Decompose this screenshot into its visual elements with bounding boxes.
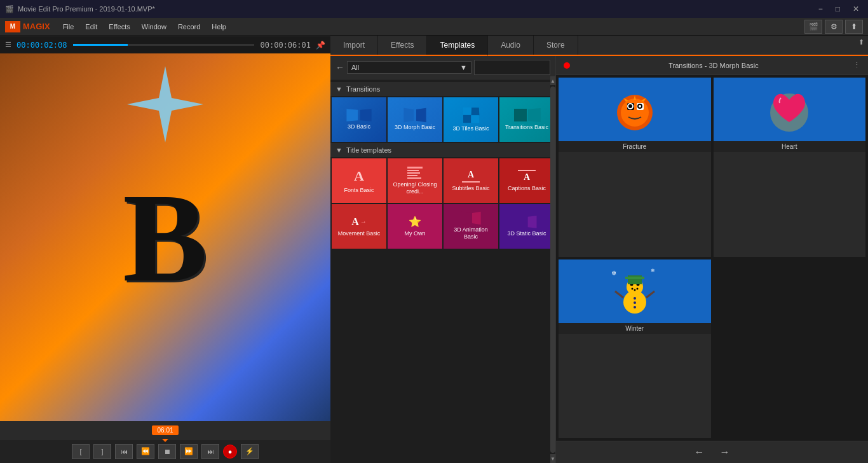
tile-captions-basic[interactable]: A Captions Basic — [499, 158, 554, 203]
tile-trans-basic[interactable]: Transitions Basic — [499, 97, 554, 142]
tile-opening-closing[interactable]: Opening/ Closing credi... — [388, 158, 442, 203]
menu-file[interactable]: File — [58, 21, 79, 32]
svg-point-20 — [634, 289, 635, 291]
tab-effects[interactable]: Effects — [378, 36, 427, 55]
detail-item-heart[interactable]: Heart — [714, 78, 866, 257]
title-templates-category-header[interactable]: ▼ Title templates — [330, 143, 555, 157]
effects-scrollbar: ▲ ▼ — [550, 76, 555, 463]
scroll-up-arrow[interactable]: ▲ — [550, 76, 555, 85]
tile-3d-anim-label: 3D Animation Basic — [446, 226, 496, 240]
tab-store[interactable]: Store — [534, 36, 578, 55]
scrollbar-thumb[interactable] — [550, 86, 555, 453]
detail-panel-header: Transitions - 3D Morph Basic ⋮ — [556, 56, 868, 75]
toolbar-icon-1[interactable]: 🎬 — [804, 20, 822, 34]
preview-letter: B — [123, 165, 207, 310]
quick-export-button[interactable]: ⚡ — [241, 444, 259, 459]
dropdown-label: All — [351, 64, 359, 71]
mark-in-button[interactable]: [ — [72, 444, 90, 459]
heart-label: Heart — [714, 141, 866, 152]
timeline-position-bar: 06:01 — [0, 421, 330, 439]
toolbar-icon-3[interactable]: ⬆ — [845, 20, 863, 34]
red-dot-indicator — [564, 62, 570, 69]
effects-list: ▼ Transitions 3D Basic — [330, 79, 555, 463]
minimize-button[interactable]: − — [815, 3, 827, 15]
tab-audio[interactable]: Audio — [488, 36, 534, 55]
menu-effects[interactable]: Effects — [104, 21, 135, 32]
transport-controls: [ ] ⏮ ⏪ ⏹ ⏩ ⏭ ● ⚡ — [0, 439, 330, 463]
winter-thumbnail: ❄ ❄ — [606, 263, 663, 320]
tile-my-own[interactable]: ⭐ My Own — [388, 204, 442, 249]
tile-fonts-basic[interactable]: A Fonts Basic — [332, 158, 386, 203]
transitions-grid: 3D Basic 3D Morph Basic — [330, 96, 555, 143]
effects-sidebar: ← All ▼ ▼ Transitions — [330, 56, 556, 463]
app-title: Movie Edit Pro Premium - 2019-01-10.MVP* — [18, 5, 155, 13]
close-button[interactable]: ✕ — [849, 3, 863, 15]
detail-panel: Transitions - 3D Morph Basic ⋮ — [556, 56, 868, 463]
tile-3d-static[interactable]: 3D Static Basic — [499, 204, 554, 249]
expand-icon: ▼ — [336, 85, 342, 93]
search-box[interactable] — [474, 60, 550, 75]
mark-out-button[interactable]: ] — [93, 444, 111, 459]
tile-trans-basic-label: Transitions Basic — [505, 124, 548, 131]
menu-record[interactable]: Record — [173, 21, 205, 32]
effects-panel: ← All ▼ ▼ Transitions — [330, 56, 868, 463]
next-page-button[interactable]: → — [715, 445, 735, 459]
title-templates-grid: A Fonts Basic — [330, 157, 555, 250]
svg-point-27 — [634, 301, 636, 304]
right-panel: Import Effects Templates Audio Store ⬆ ←… — [330, 36, 868, 463]
goto-start-button[interactable]: ⏮ — [115, 444, 133, 459]
toolbar-icon-2[interactable]: ⚙ — [825, 20, 843, 34]
star-shape — [127, 66, 203, 142]
logo-icon: M — [5, 21, 20, 32]
svg-rect-23 — [625, 277, 644, 279]
tile-fonts-label: Fonts Basic — [344, 187, 374, 194]
tile-3d-static-label: 3D Static Basic — [507, 230, 546, 237]
tab-templates[interactable]: Templates — [427, 36, 488, 56]
prev-page-button[interactable]: ← — [689, 445, 710, 459]
svg-point-5 — [628, 104, 632, 108]
more-options-button[interactable]: ⋮ — [853, 61, 860, 69]
menu-edit[interactable]: Edit — [80, 21, 102, 32]
menu-help[interactable]: Help — [207, 21, 231, 32]
tile-subtitles-basic[interactable]: A Subtitles Basic — [444, 158, 498, 203]
time-bar: ☰ 00:00:02:08 00:00:06:01 📌 — [0, 36, 330, 53]
goto-end-button[interactable]: ⏭ — [201, 444, 219, 459]
svg-text:❄: ❄ — [651, 268, 655, 273]
tile-movement-basic[interactable]: A → Movement Basic — [332, 204, 386, 249]
svg-point-28 — [634, 306, 636, 308]
step-back-button[interactable]: ⏪ — [137, 444, 154, 459]
pin-icon[interactable]: 📌 — [316, 41, 325, 50]
winter-label: Winter — [559, 323, 711, 334]
main-area: ☰ 00:00:02:08 00:00:06:01 📌 B 06:01 — [0, 36, 868, 463]
detail-item-fracture[interactable]: Fracture — [559, 78, 711, 257]
menubar: M MAGIX File Edit Effects Window Record … — [0, 18, 868, 36]
tile-3d-tiles[interactable]: 3D Tiles Basic — [444, 97, 498, 142]
detail-navigation: ← → — [556, 441, 868, 463]
tile-3d-animation[interactable]: 3D Animation Basic — [444, 204, 498, 249]
record-button[interactable]: ● — [223, 445, 237, 459]
transitions-label: Transitions — [346, 85, 380, 93]
preview-video: B — [0, 53, 330, 421]
logo: M MAGIX — [5, 21, 50, 32]
fracture-label: Fracture — [559, 141, 711, 152]
hamburger-icon[interactable]: ☰ — [5, 41, 11, 49]
category-dropdown[interactable]: All ▼ — [347, 61, 471, 74]
tab-import[interactable]: Import — [330, 36, 378, 55]
stop-button[interactable]: ⏹ — [158, 444, 176, 459]
menu-window[interactable]: Window — [137, 21, 172, 32]
svg-marker-0 — [127, 66, 203, 142]
maximize-button[interactable]: □ — [832, 3, 844, 15]
svg-point-8 — [639, 105, 641, 107]
position-marker: 06:01 — [152, 425, 178, 435]
back-button[interactable]: ← — [336, 62, 344, 73]
step-forward-button[interactable]: ⏩ — [180, 444, 198, 459]
titlebar: 🎬 Movie Edit Pro Premium - 2019-01-10.MV… — [0, 0, 868, 18]
tile-3d-basic[interactable]: 3D Basic — [332, 97, 386, 142]
panel-expand-button[interactable]: ⬆ — [855, 36, 868, 55]
detail-item-winter[interactable]: ❄ ❄ Winter — [559, 259, 711, 439]
fracture-thumbnail — [609, 84, 660, 135]
tile-3d-morph[interactable]: 3D Morph Basic — [388, 97, 442, 142]
transitions-category-header[interactable]: ▼ Transitions — [330, 82, 555, 96]
dropdown-arrow: ▼ — [460, 64, 467, 71]
scroll-down-arrow[interactable]: ▼ — [550, 454, 555, 463]
